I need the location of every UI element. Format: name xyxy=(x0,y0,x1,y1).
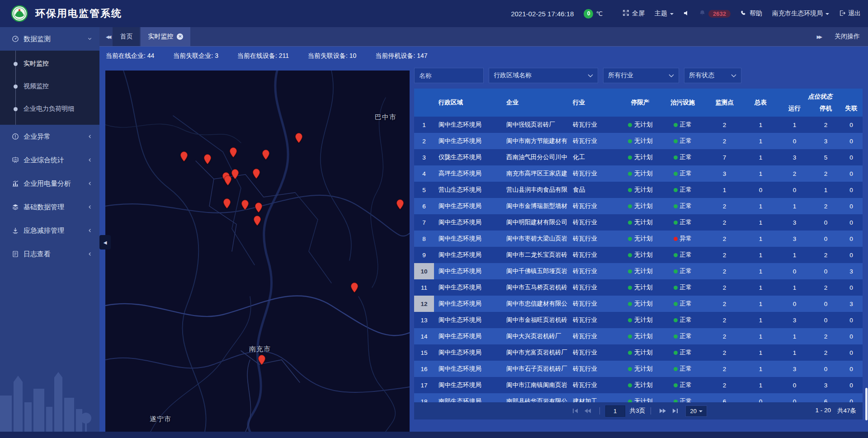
group-header-label: 点位状态 xyxy=(778,89,863,100)
table-row[interactable]: 4高坪生态环境局南充市高坪区王家店建砖瓦行业无计划正常31220 xyxy=(414,165,863,182)
sidebar-item-0[interactable]: 数据监测 xyxy=(0,27,99,51)
table-row[interactable]: 14阆中生态环境局阆中大兴页岩机砖厂砖瓦行业无计划正常21120 xyxy=(414,328,863,344)
sidebar-subitem-0-0[interactable]: 实时监控 xyxy=(0,52,99,75)
volume-button[interactable] xyxy=(684,10,689,17)
table-row[interactable]: 8阆中生态环境局阆中市枣碧大梁山页岩砖瓦行业无计划异常21300 xyxy=(414,231,863,247)
help-button[interactable]: 帮助 xyxy=(741,9,762,18)
page-size-select[interactable]: 20 xyxy=(685,405,707,417)
sidebar-item-6[interactable]: 日志查看 xyxy=(0,242,99,266)
status-dot-icon xyxy=(628,139,632,143)
sidebar-subitem-0-1[interactable]: 视频监控 xyxy=(0,75,99,98)
map-pin[interactable] xyxy=(223,198,231,209)
table-row[interactable]: 13阆中生态环境局阆中市金福旺页岩机砖砖瓦行业无计划正常21300 xyxy=(414,312,863,328)
close-operations-button[interactable]: 关闭操作 xyxy=(835,33,860,41)
lost-count-cell: 3 xyxy=(840,263,863,279)
map-pin[interactable] xyxy=(262,149,270,160)
map-pin[interactable] xyxy=(295,132,303,143)
next-page-icon[interactable] xyxy=(656,408,669,414)
name-filter-input[interactable] xyxy=(419,72,479,79)
sidebar-item-3[interactable]: 企业用电量分析 xyxy=(0,172,99,195)
map-pin[interactable] xyxy=(229,147,237,158)
map-pin[interactable] xyxy=(253,215,261,226)
points-cell: 2 xyxy=(705,377,744,393)
row-index-cell: 12 xyxy=(414,296,434,312)
status-dot-icon xyxy=(628,334,632,339)
table-row[interactable]: 2阆中生态环境局阆中市南方节能建材有砖瓦行业无计划正常21030 xyxy=(414,133,863,149)
map-collapse-button[interactable]: ◀ xyxy=(99,235,111,250)
row-index-cell: 10 xyxy=(414,263,434,279)
points-cell: 2 xyxy=(705,263,744,279)
stop-count-cell: 2 xyxy=(811,117,840,133)
status-filter-select[interactable]: 所有状态 xyxy=(684,68,741,83)
org-dropdown[interactable]: 南充市生态环境局 xyxy=(772,9,829,18)
sidebar-item-label: 基础数据管理 xyxy=(24,203,64,212)
table-row[interactable]: 9阆中生态环境局阆中市二龙长宝页岩砖砖瓦行业无计划正常21120 xyxy=(414,247,863,263)
region-filter-select[interactable]: 行政区域名称 xyxy=(489,68,598,83)
region-cell: 阆中生态环境局 xyxy=(434,198,501,214)
table-row[interactable]: 15阆中生态环境局阆中市光富页岩机砖厂砖瓦行业无计划正常21120 xyxy=(414,344,863,361)
map-pin[interactable] xyxy=(350,282,359,293)
limit-status-cell: 无计划 xyxy=(620,133,660,149)
table-row[interactable]: 1阆中生态环境局阆中强锐页岩砖厂砖瓦行业无计划正常21120 xyxy=(414,117,863,133)
table-row[interactable]: 5营山生态环境局营山县润丰肉食品有限食品无计划正常10010 xyxy=(414,182,863,198)
stop-count-cell: 2 xyxy=(811,279,840,296)
meters-cell: 1 xyxy=(744,247,778,263)
sidebar-item-5[interactable]: 应急减排管理 xyxy=(0,219,99,242)
table-row[interactable]: 3仪陇生态环境局西南油气田分公司川中化工无计划正常71350 xyxy=(414,149,863,165)
tab-home[interactable]: 首页 xyxy=(113,27,140,46)
industry-filter-select[interactable]: 所有行业 xyxy=(603,68,679,83)
page-number-input[interactable] xyxy=(605,405,625,417)
temperature-value: 0 xyxy=(584,9,593,19)
map-pin[interactable] xyxy=(252,168,260,179)
points-cell: 7 xyxy=(705,149,744,165)
map-pin[interactable] xyxy=(224,175,232,186)
table-row[interactable]: 7阆中生态环境局阆中明阳建材有限公司砖瓦行业无计划正常21300 xyxy=(414,214,863,231)
phone-icon xyxy=(741,10,747,18)
map-pin[interactable] xyxy=(180,151,188,162)
industry-cell: 砖瓦行业 xyxy=(571,344,620,361)
first-page-icon[interactable] xyxy=(570,408,581,414)
table-row[interactable]: 6阆中生态环境局阆中市金博瑞新型墙材砖瓦行业无计划正常21120 xyxy=(414,198,863,214)
stats-bar: 当前在线企业: 44当前失联企业: 3当前在线设备: 211当前失联设备: 10… xyxy=(99,47,868,66)
fullscreen-button[interactable]: 全屏 xyxy=(623,9,645,18)
points-cell: 2 xyxy=(705,296,744,312)
close-tab-icon[interactable]: ✕ xyxy=(177,33,183,40)
status-dot-icon xyxy=(674,269,678,273)
table-row[interactable]: 17阆中生态环境局阆中市江南镇阆南页岩砖瓦行业无计划正常21030 xyxy=(414,377,863,393)
scroll-tabs-left-icon[interactable]: ◀◀ xyxy=(104,27,112,46)
map-pin[interactable] xyxy=(241,199,249,210)
meters-cell: 1 xyxy=(744,279,778,296)
map-pin[interactable] xyxy=(396,199,404,210)
theme-dropdown[interactable]: 主题 xyxy=(655,9,674,18)
region-cell: 高坪生态环境局 xyxy=(434,165,501,182)
table-row[interactable]: 12阆中生态环境局阆中市忠信建材有限公砖瓦行业无计划正常21003 xyxy=(414,296,863,312)
last-page-icon[interactable] xyxy=(669,408,681,414)
prev-page-icon[interactable] xyxy=(581,408,594,414)
sidebar-item-1[interactable]: 企业异常 xyxy=(0,125,99,148)
map-pin[interactable] xyxy=(231,169,239,179)
chevron-down-icon xyxy=(87,37,92,42)
map-pin[interactable] xyxy=(203,154,212,165)
lost-count-cell: 0 xyxy=(840,198,863,214)
facility-status-cell: 正常 xyxy=(660,263,705,279)
sidebar-item-4[interactable]: 基础数据管理 xyxy=(0,195,99,219)
map-panel[interactable]: 巴中市南充市遂宁市 xyxy=(105,71,410,432)
sidebar-item-2[interactable]: 企业综合统计 xyxy=(0,148,99,172)
table-row[interactable]: 10阆中生态环境局阆中千佛镇五郎垭页岩砖瓦行业无计划正常21003 xyxy=(414,263,863,279)
meters-cell: 1 xyxy=(744,198,778,214)
logout-button[interactable]: 退出 xyxy=(839,9,861,18)
reduction-icon xyxy=(12,227,19,234)
map-pin[interactable] xyxy=(258,354,266,365)
map-pin[interactable] xyxy=(255,202,263,213)
status-dot-icon xyxy=(674,286,678,290)
scrollbar-thumb[interactable] xyxy=(865,388,868,420)
company-cell: 阆中市五马桥页岩机砖 xyxy=(501,279,571,296)
notifications[interactable]: 2632 xyxy=(699,9,731,18)
table-row[interactable]: 16阆中生态环境局阆中市石子页岩机砖厂砖瓦行业无计划正常21300 xyxy=(414,361,863,377)
company-cell: 阆中市忠信建材有限公 xyxy=(501,296,571,312)
facility-status-cell: 正常 xyxy=(660,312,705,328)
sidebar-subitem-0-2[interactable]: 企业电力负荷明细 xyxy=(0,98,99,120)
scroll-tabs-right-icon[interactable]: ▶▶ xyxy=(815,34,823,39)
table-row[interactable]: 11阆中生态环境局阆中市五马桥页岩机砖砖瓦行业无计划正常21120 xyxy=(414,279,863,296)
tab-realtime-monitor[interactable]: 实时监控 ✕ xyxy=(141,27,190,46)
